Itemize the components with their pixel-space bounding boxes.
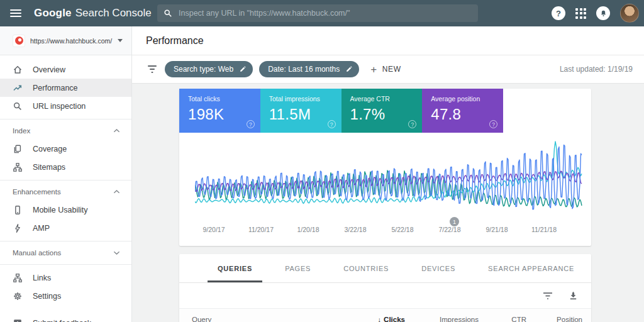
divider [0, 119, 131, 119]
metric-average-ctr[interactable]: Average CTR 1.7% ? [341, 89, 423, 133]
chevron-up-icon [113, 127, 120, 135]
filter-bar: Search type: Web Date: Last 16 months + … [132, 55, 644, 84]
column-header-clicks[interactable]: ↓Clicks [339, 316, 405, 322]
notifications-bell-icon[interactable] [596, 6, 610, 20]
new-button-label: NEW [382, 65, 401, 74]
tab-queries[interactable]: QUERIES [208, 254, 262, 282]
gear-icon [13, 291, 23, 301]
sidebar-item-performance[interactable]: Performance [0, 79, 131, 97]
metric-label: Average CTR [350, 95, 423, 103]
x-axis-tick-label: 5/22/18 [391, 226, 413, 233]
filter-chip-search-type[interactable]: Search type: Web [165, 61, 253, 77]
last-updated-text: Last updated: 1/19/19 [560, 65, 633, 74]
sidebar-item-label: Coverage [33, 145, 67, 153]
lightning-bolt-icon [13, 223, 23, 233]
chevron-up-icon [113, 188, 120, 196]
performance-chart-card: Total clicks 198K ? Total impressions 11… [179, 89, 591, 246]
chevron-down-icon [118, 39, 123, 42]
search-input[interactable] [179, 9, 472, 18]
sidebar-section-index[interactable]: Index [0, 123, 131, 138]
sidebar-item-label: Overview [33, 65, 65, 74]
sidebar-item-overview[interactable]: Overview [0, 60, 131, 79]
menu-icon[interactable] [10, 9, 21, 17]
divider [0, 264, 131, 265]
edit-pencil-icon [345, 65, 353, 73]
column-header-query[interactable]: Query [192, 316, 339, 322]
sidebar-section-manual-actions[interactable]: Manual actions [0, 245, 131, 260]
annotation-marker[interactable]: 1 [450, 217, 459, 226]
links-tree-icon [13, 273, 23, 283]
tab-devices[interactable]: DEVICES [411, 254, 465, 282]
column-header-position[interactable]: Position [526, 316, 582, 322]
chip-label: Date: Last 16 months [268, 65, 340, 74]
section-label: Manual actions [13, 249, 61, 257]
edit-pencil-icon [239, 65, 247, 73]
sidebar-section-enhancements[interactable]: Enhancements [0, 184, 131, 199]
sidebar-item-amp[interactable]: AMP [0, 219, 131, 237]
metric-average-position[interactable]: Average position 47.8 ? [422, 89, 503, 133]
pages-icon [13, 144, 23, 154]
metric-label: Total clicks [188, 95, 260, 103]
trending-up-icon [13, 83, 23, 93]
logo-google: Google [34, 7, 72, 19]
logo-product: Search Console [75, 7, 152, 19]
new-filter-button[interactable]: + NEW [370, 64, 401, 75]
property-selector[interactable]: https://www.hatchbuck.com/ [0, 26, 131, 55]
metric-tiles: Total clicks 198K ? Total impressions 11… [179, 89, 591, 133]
x-axis-tick-label: 9/20/17 [203, 226, 225, 233]
download-icon[interactable] [567, 290, 579, 301]
sidebar-item-url-inspection[interactable]: URL inspection [0, 97, 131, 115]
sidebar-item-links[interactable]: Links [0, 269, 131, 287]
tab-countries[interactable]: COUNTRIES [333, 254, 399, 282]
filter-icon[interactable] [147, 65, 157, 73]
sidebar-item-label: Links [33, 274, 51, 282]
top-app-bar: Google Search Console ? [0, 0, 644, 26]
property-url: https://www.hatchbuck.com/ [30, 37, 114, 45]
x-axis-ticks: 9/20/1711/20/171/20/183/22/185/22/187/22… [195, 221, 591, 237]
table-filter-icon[interactable] [542, 290, 553, 301]
help-icon[interactable]: ? [552, 6, 565, 20]
x-axis-tick-label: 7/22/18 [438, 226, 460, 233]
plus-icon: + [370, 64, 377, 75]
sidebar-item-label: Mobile Usability [33, 206, 88, 214]
table-toolbar [179, 283, 591, 308]
metric-label: Total impressions [269, 95, 341, 103]
tab-search-appearance[interactable]: SEARCH APPEARANCE [478, 254, 584, 282]
metric-total-impressions[interactable]: Total impressions 11.5M ? [260, 89, 341, 133]
url-inspect-searchbox[interactable] [157, 4, 478, 22]
sidebar: https://www.hatchbuck.com/ Overview Perf… [0, 26, 132, 322]
divider [0, 241, 131, 242]
x-axis-tick-label: 9/21/18 [486, 226, 508, 233]
smartphone-icon [13, 205, 23, 215]
sidebar-item-settings[interactable]: Settings [0, 287, 131, 305]
sidebar-item-sitemaps[interactable]: Sitemaps [0, 158, 131, 176]
help-circle-icon[interactable]: ? [247, 120, 255, 128]
dimensions-table-card: QUERIES PAGES COUNTRIES DEVICES SEARCH A… [179, 254, 591, 322]
chip-label: Search type: Web [174, 65, 233, 74]
column-header-ctr[interactable]: CTR [479, 316, 526, 322]
sidebar-item-submit-feedback[interactable]: Submit feedback [0, 314, 131, 322]
apps-grid-icon[interactable] [575, 8, 586, 19]
main-content: Total clicks 198K ? Total impressions 11… [132, 84, 644, 322]
sidebar-item-mobile-usability[interactable]: Mobile Usability [0, 201, 131, 219]
filter-chip-date[interactable]: Date: Last 16 months [259, 61, 359, 77]
sidebar-item-label: Performance [33, 84, 78, 92]
tab-pages[interactable]: PAGES [275, 254, 321, 282]
metric-total-clicks[interactable]: Total clicks 198K ? [179, 89, 260, 133]
chart-lines [195, 139, 591, 221]
spacer [0, 305, 131, 314]
section-label: Index [13, 127, 30, 135]
section-label: Enhancements [13, 188, 61, 196]
app-logo[interactable]: Google Search Console [34, 7, 152, 19]
column-header-impressions[interactable]: Impressions [405, 316, 479, 322]
topbar-actions: ? [552, 0, 639, 26]
user-avatar[interactable] [620, 4, 639, 23]
help-circle-icon[interactable]: ? [328, 120, 336, 128]
sidebar-item-coverage[interactable]: Coverage [0, 140, 131, 158]
table-header-row: Query ↓Clicks Impressions CTR Position [179, 308, 591, 322]
help-circle-icon[interactable]: ? [489, 120, 497, 128]
help-circle-icon[interactable]: ? [408, 120, 416, 128]
sidebar-item-label: Settings [33, 292, 61, 301]
feedback-icon [13, 318, 23, 322]
metric-label: Average position [431, 95, 503, 103]
